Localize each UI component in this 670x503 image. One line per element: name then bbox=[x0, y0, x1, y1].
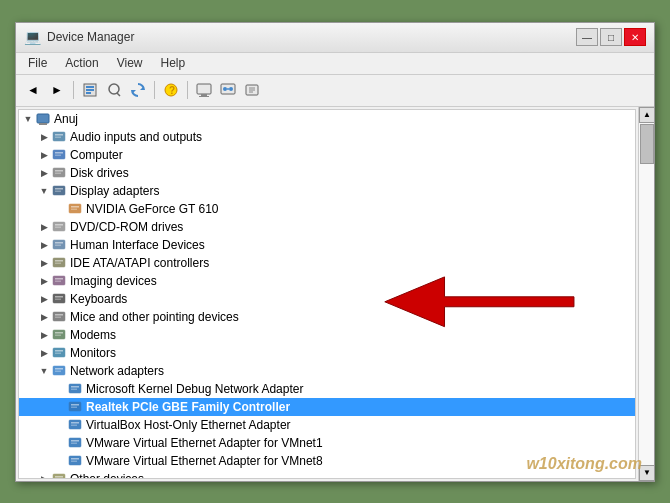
svg-rect-73 bbox=[71, 424, 77, 426]
scroll-thumb[interactable] bbox=[640, 124, 654, 164]
tree-item[interactable]: ▼ Network adapters bbox=[19, 362, 635, 380]
expander[interactable]: ▶ bbox=[37, 256, 51, 270]
svg-rect-2 bbox=[86, 89, 94, 91]
tree-item[interactable]: VMware Virtual Ethernet Adapter for VMne… bbox=[19, 434, 635, 452]
forward-button[interactable]: ► bbox=[46, 79, 68, 101]
tree-item[interactable]: ▶ Monitors bbox=[19, 344, 635, 362]
tree-item[interactable]: ▶ Human Interface Devices bbox=[19, 236, 635, 254]
svg-rect-39 bbox=[55, 224, 63, 226]
svg-rect-21 bbox=[37, 114, 49, 123]
menu-bar: File Action View Help bbox=[16, 53, 654, 75]
item-label: Microsoft Kernel Debug Network Adapter bbox=[86, 382, 303, 396]
maximize-button[interactable]: □ bbox=[600, 28, 622, 46]
tree-item[interactable]: ▶ Disk drives bbox=[19, 164, 635, 182]
svg-rect-3 bbox=[86, 92, 91, 94]
svg-rect-70 bbox=[71, 406, 77, 408]
tree-item[interactable]: Realtek PCIe GBE Family Controller bbox=[19, 398, 635, 416]
expander[interactable]: ▶ bbox=[37, 310, 51, 324]
expander[interactable] bbox=[53, 454, 67, 468]
svg-rect-10 bbox=[197, 84, 211, 94]
toolbar-sep2 bbox=[154, 81, 155, 99]
item-label: Mice and other pointing devices bbox=[70, 310, 239, 324]
item-label: NVIDIA GeForce GT 610 bbox=[86, 202, 219, 216]
expander[interactable]: ▶ bbox=[37, 238, 51, 252]
svg-rect-31 bbox=[55, 172, 61, 174]
item-label: Monitors bbox=[70, 346, 116, 360]
tree-item[interactable]: ▶ Modems bbox=[19, 326, 635, 344]
svg-rect-69 bbox=[71, 404, 79, 406]
device-connection-button[interactable] bbox=[217, 79, 239, 101]
expander[interactable] bbox=[53, 400, 67, 414]
scan-button[interactable] bbox=[103, 79, 125, 101]
expander[interactable]: ▶ bbox=[37, 148, 51, 162]
svg-rect-40 bbox=[55, 226, 61, 228]
back-button[interactable]: ◄ bbox=[22, 79, 44, 101]
svg-rect-66 bbox=[71, 386, 79, 388]
resources-button[interactable] bbox=[241, 79, 263, 101]
expander[interactable] bbox=[53, 202, 67, 216]
expander[interactable]: ▼ bbox=[37, 184, 51, 198]
device-icon bbox=[51, 471, 67, 479]
window-title: Device Manager bbox=[47, 30, 134, 44]
tree-item[interactable]: ▶ Keyboards bbox=[19, 290, 635, 308]
tree-root[interactable]: ▼ Anuj bbox=[19, 110, 635, 128]
device-type-button[interactable] bbox=[193, 79, 215, 101]
close-button[interactable]: ✕ bbox=[624, 28, 646, 46]
tree-item[interactable]: ▶ Computer bbox=[19, 146, 635, 164]
device-icon bbox=[51, 363, 67, 379]
svg-rect-49 bbox=[55, 280, 61, 282]
expander[interactable]: ▶ bbox=[37, 130, 51, 144]
svg-rect-57 bbox=[55, 332, 63, 334]
help-button[interactable]: ? bbox=[160, 79, 182, 101]
expander[interactable] bbox=[53, 436, 67, 450]
expander[interactable] bbox=[53, 382, 67, 396]
item-label: VMware Virtual Ethernet Adapter for VMne… bbox=[86, 454, 323, 468]
svg-rect-58 bbox=[55, 334, 61, 336]
scrollbar[interactable]: ▲ ▼ bbox=[638, 107, 654, 481]
update-button[interactable] bbox=[127, 79, 149, 101]
expander[interactable]: ▶ bbox=[37, 346, 51, 360]
item-label: VirtualBox Host-Only Ethernet Adapter bbox=[86, 418, 291, 432]
tree-item[interactable]: ▶ DVD/CD-ROM drives bbox=[19, 218, 635, 236]
expander[interactable]: ▶ bbox=[37, 328, 51, 342]
tree-item[interactable]: ▶ Imaging devices bbox=[19, 272, 635, 290]
scroll-up-button[interactable]: ▲ bbox=[639, 107, 654, 123]
menu-file[interactable]: File bbox=[20, 54, 55, 72]
tree-item[interactable]: ▶ Audio inputs and outputs bbox=[19, 128, 635, 146]
tree-item[interactable]: VirtualBox Host-Only Ethernet Adapter bbox=[19, 416, 635, 434]
expander[interactable]: ▶ bbox=[37, 166, 51, 180]
expander[interactable]: ▼ bbox=[37, 364, 51, 378]
menu-view[interactable]: View bbox=[109, 54, 151, 72]
expander[interactable]: ▶ bbox=[37, 220, 51, 234]
device-icon bbox=[67, 417, 83, 433]
toolbar-sep1 bbox=[73, 81, 74, 99]
menu-help[interactable]: Help bbox=[153, 54, 194, 72]
device-icon bbox=[67, 399, 83, 415]
svg-text:?: ? bbox=[169, 85, 175, 96]
tree-item[interactable]: ▼ Display adapters bbox=[19, 182, 635, 200]
properties-button[interactable] bbox=[79, 79, 101, 101]
device-icon bbox=[67, 381, 83, 397]
root-label: Anuj bbox=[54, 112, 78, 126]
device-icon bbox=[51, 165, 67, 181]
root-expander[interactable]: ▼ bbox=[21, 112, 35, 126]
expander[interactable]: ▶ bbox=[37, 472, 51, 479]
title-bar-left: 💻 Device Manager bbox=[24, 29, 134, 45]
scroll-track[interactable] bbox=[639, 123, 654, 465]
expander[interactable] bbox=[53, 418, 67, 432]
svg-rect-11 bbox=[201, 94, 207, 96]
device-icon bbox=[51, 129, 67, 145]
expander[interactable]: ▶ bbox=[37, 292, 51, 306]
tree-panel[interactable]: ▼ Anuj ▶ Audio inputs and outputs ▶ bbox=[18, 109, 636, 479]
tree-item[interactable]: NVIDIA GeForce GT 610 bbox=[19, 200, 635, 218]
tree-item[interactable]: Microsoft Kernel Debug Network Adapter bbox=[19, 380, 635, 398]
toolbar: ◄ ► ? bbox=[16, 75, 654, 107]
expander[interactable]: ▶ bbox=[37, 274, 51, 288]
menu-action[interactable]: Action bbox=[57, 54, 106, 72]
svg-rect-75 bbox=[71, 440, 79, 442]
watermark: w10xitong.com bbox=[526, 455, 642, 473]
minimize-button[interactable]: — bbox=[576, 28, 598, 46]
tree-items: ▶ Audio inputs and outputs ▶ Computer ▶ bbox=[19, 128, 635, 479]
tree-item[interactable]: ▶ Mice and other pointing devices bbox=[19, 308, 635, 326]
tree-item[interactable]: ▶ IDE ATA/ATAPI controllers bbox=[19, 254, 635, 272]
